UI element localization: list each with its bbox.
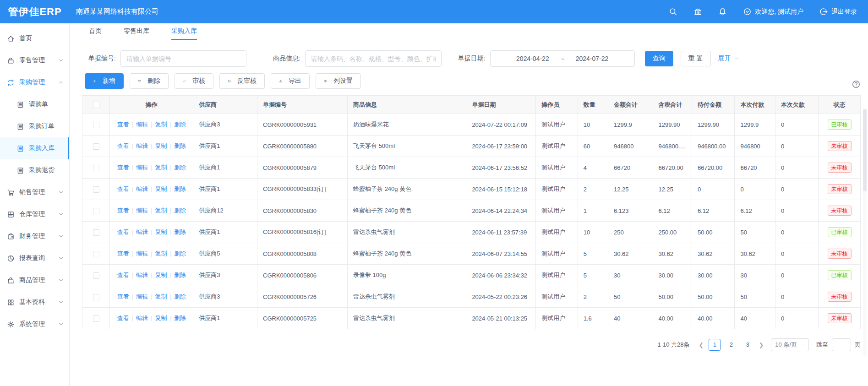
reset-button[interactable]: 重 置 xyxy=(681,51,711,66)
row-action-delete[interactable]: 删除 xyxy=(174,185,186,192)
sidebar-item-finance[interactable]: 财务管理 xyxy=(0,225,69,247)
row-action-edit[interactable]: 编辑 xyxy=(136,142,148,149)
delete-button[interactable]: 删除 xyxy=(130,73,169,89)
row-action-view[interactable]: 查看 xyxy=(117,228,129,235)
help-icon[interactable] xyxy=(852,80,861,89)
logout-button[interactable]: 退出登录 xyxy=(819,7,857,16)
next-page-icon[interactable]: ❯ xyxy=(759,342,764,348)
export-button[interactable]: 导出 xyxy=(271,73,310,89)
row-action-copy[interactable]: 复制 xyxy=(155,121,167,128)
row-action-edit[interactable]: 编辑 xyxy=(136,315,148,321)
row-action-delete[interactable]: 删除 xyxy=(174,272,186,278)
row-action-view[interactable]: 查看 xyxy=(117,142,129,149)
sidebar-item-basedata[interactable]: 基本资料 xyxy=(0,291,69,313)
scrollbar-thumb[interactable] xyxy=(863,109,867,191)
row-checkbox[interactable] xyxy=(93,229,99,236)
row-action-delete[interactable]: 删除 xyxy=(174,315,186,321)
row-action-edit[interactable]: 编辑 xyxy=(136,164,148,171)
row-action-copy[interactable]: 复制 xyxy=(155,185,167,192)
select-all-checkbox[interactable] xyxy=(93,102,99,108)
page-number-2[interactable]: 2 xyxy=(725,339,737,351)
sidebar-item-home[interactable]: 首页 xyxy=(0,27,69,49)
search-button[interactable]: 查询 xyxy=(645,51,673,66)
row-action-delete[interactable]: 删除 xyxy=(174,293,186,300)
row-action-delete[interactable]: 删除 xyxy=(174,207,186,214)
prev-page-icon[interactable]: ❮ xyxy=(699,342,704,348)
row-action-copy[interactable]: 复制 xyxy=(155,250,167,257)
row-action-view[interactable]: 查看 xyxy=(117,121,129,128)
tab-retail-outbound[interactable]: 零售出库 xyxy=(124,23,149,40)
bill-no-input[interactable] xyxy=(120,50,246,67)
sidebar-item-retail[interactable]: 零售管理 xyxy=(0,49,69,71)
audit-button[interactable]: 审核 xyxy=(175,73,213,89)
row-action-copy[interactable]: 复制 xyxy=(155,164,167,171)
sidebar-item-sales[interactable]: 销售管理 xyxy=(0,181,69,203)
row-action-edit[interactable]: 编辑 xyxy=(136,228,148,235)
jump-page-input[interactable] xyxy=(832,338,851,351)
search-icon[interactable] xyxy=(668,7,677,16)
row-action-edit[interactable]: 编辑 xyxy=(136,121,148,128)
row-checkbox[interactable] xyxy=(93,186,99,193)
row-checkbox[interactable] xyxy=(93,251,99,257)
page-number-1[interactable]: 1 xyxy=(709,339,721,351)
product-info-input[interactable] xyxy=(305,50,442,67)
sidebar-item-purchase-return[interactable]: 采购退货 xyxy=(0,159,69,181)
sidebar-item-report[interactable]: 报表查询 xyxy=(0,247,69,269)
row-action-view[interactable]: 查看 xyxy=(117,315,129,321)
row-action-copy[interactable]: 复制 xyxy=(155,272,167,278)
bank-icon[interactable] xyxy=(693,7,702,16)
row-checkbox[interactable] xyxy=(93,143,99,150)
cell-product: 蜂蜜柚子茶 240g 黄色 xyxy=(348,200,466,222)
row-action-copy[interactable]: 复制 xyxy=(155,142,167,149)
bell-icon[interactable] xyxy=(718,7,727,16)
page-number-3[interactable]: 3 xyxy=(742,339,753,351)
tab-purchase-inbound[interactable]: 采购入库 xyxy=(171,23,197,40)
row-checkbox[interactable] xyxy=(93,208,99,214)
row-checkbox[interactable] xyxy=(93,272,99,279)
row-action-view[interactable]: 查看 xyxy=(117,250,129,257)
sidebar-item-purchase-request[interactable]: 请购单 xyxy=(0,93,69,115)
sidebar-item-system[interactable]: 系统管理 xyxy=(0,313,69,335)
row-checkbox[interactable] xyxy=(93,122,99,128)
row-action-edit[interactable]: 编辑 xyxy=(136,185,148,192)
tab-home[interactable]: 首页 xyxy=(89,23,102,40)
row-checkbox[interactable] xyxy=(93,315,99,322)
row-action-view[interactable]: 查看 xyxy=(117,272,129,278)
sidebar-item-purchase-order[interactable]: 采购订单 xyxy=(0,115,69,137)
row-action-copy[interactable]: 复制 xyxy=(155,228,167,235)
row-action-delete[interactable]: 删除 xyxy=(174,121,186,128)
row-action-delete[interactable]: 删除 xyxy=(174,228,186,235)
row-action-view[interactable]: 查看 xyxy=(117,164,129,171)
row-action-edit[interactable]: 编辑 xyxy=(136,207,148,214)
row-action-edit[interactable]: 编辑 xyxy=(136,250,148,257)
date-from-input[interactable] xyxy=(508,55,558,62)
row-action-delete[interactable]: 删除 xyxy=(174,142,186,149)
pagination: 1-10 共28条 ❮ 123 ❯ 10 条/页 跳至 页 xyxy=(70,338,861,351)
column-settings-button[interactable]: 列设置 xyxy=(316,73,361,89)
row-action-delete[interactable]: 删除 xyxy=(174,164,186,171)
add-button[interactable]: 新增 xyxy=(85,73,124,89)
sidebar-item-warehouse[interactable]: 仓库管理 xyxy=(0,203,69,225)
row-action-view[interactable]: 查看 xyxy=(117,185,129,192)
row-action-copy[interactable]: 复制 xyxy=(155,207,167,214)
row-checkbox[interactable] xyxy=(93,165,99,171)
date-to-input[interactable] xyxy=(567,55,617,62)
row-action-edit[interactable]: 编辑 xyxy=(136,293,148,300)
sidebar-item-purchase[interactable]: 采购管理 xyxy=(0,71,69,93)
page-size-select[interactable]: 10 条/页 xyxy=(771,338,809,351)
layout: 首页零售管理采购管理请购单采购订单采购入库采购退货销售管理仓库管理财务管理报表查… xyxy=(0,23,868,386)
sidebar-item-purchase-inbound[interactable]: 采购入库 xyxy=(0,137,69,159)
expand-link[interactable]: 展开 xyxy=(718,54,738,63)
welcome-user[interactable]: 欢迎您, 测试用户 xyxy=(742,7,803,16)
unaudit-button[interactable]: 反审核 xyxy=(219,73,265,89)
row-action-view[interactable]: 查看 xyxy=(117,207,129,214)
row-action-edit[interactable]: 编辑 xyxy=(136,272,148,278)
row-action-view[interactable]: 查看 xyxy=(117,293,129,300)
row-action-delete[interactable]: 删除 xyxy=(174,250,186,257)
row-action-copy[interactable]: 复制 xyxy=(155,293,167,300)
sidebar-item-goods[interactable]: 商品管理 xyxy=(0,269,69,291)
row-checkbox[interactable] xyxy=(93,294,99,300)
date-range-picker[interactable]: ~ xyxy=(490,50,635,67)
table-scrollbar[interactable] xyxy=(863,109,867,356)
row-action-copy[interactable]: 复制 xyxy=(155,315,167,321)
